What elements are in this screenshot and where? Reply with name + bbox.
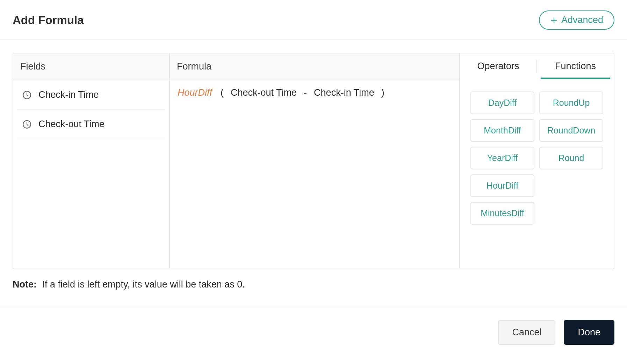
field-item-check-out-time[interactable]: Check-out Time [17,110,165,139]
note-text: Note: If a field is left empty, its valu… [13,279,614,290]
field-item-label: Check-out Time [38,119,104,130]
formula-token-open-paren: ( [218,87,226,98]
function-daydiff[interactable]: DayDiff [470,92,534,114]
advanced-button[interactable]: Advanced [539,10,614,30]
right-column: Operators Functions DayDiff RoundUp Mont… [460,53,614,269]
fields-column: Fields Check-in Time Check-out Time [13,53,170,269]
right-tabs: Operators Functions [460,53,614,79]
formula-editor[interactable]: HourDiff ( Check-out Time - Check-in Tim… [170,80,459,105]
fields-column-header: Fields [13,53,169,80]
clock-icon [22,120,31,129]
note-label: Note: [13,279,37,290]
functions-grid: DayDiff RoundUp MonthDiff RoundDown Year… [460,79,614,232]
modal-header: Add Formula Advanced [0,0,627,40]
modal-footer: Cancel Done [0,307,627,345]
field-item-check-in-time[interactable]: Check-in Time [17,80,165,110]
function-hourdiff[interactable]: HourDiff [470,174,534,197]
page-title: Add Formula [13,14,84,27]
formula-builder-panel: Fields Check-in Time Check-out Time Form… [13,53,614,269]
plus-icon [550,16,558,24]
function-monthdiff[interactable]: MonthDiff [470,119,534,142]
function-round[interactable]: Round [539,147,603,169]
formula-token-function: HourDiff [178,87,212,98]
cancel-button[interactable]: Cancel [498,320,555,345]
function-yeardiff[interactable]: YearDiff [470,147,534,169]
formula-token-operator: - [301,87,310,98]
formula-token-field: Check-in Time [312,87,376,98]
formula-token-close-paren: ) [379,87,387,98]
formula-column-header: Formula [170,53,459,80]
tab-operators[interactable]: Operators [460,53,536,79]
advanced-button-label: Advanced [561,15,603,26]
formula-column: Formula HourDiff ( Check-out Time - Chec… [170,53,460,269]
tab-functions[interactable]: Functions [537,53,614,79]
field-item-label: Check-in Time [38,89,99,100]
done-button[interactable]: Done [564,320,614,345]
function-minutesdiff[interactable]: MinutesDiff [470,202,534,225]
function-rounddown[interactable]: RoundDown [539,119,603,142]
note-body: If a field is left empty, its value will… [42,279,245,290]
function-roundup[interactable]: RoundUp [539,92,603,114]
clock-icon [22,90,31,100]
formula-token-field: Check-out Time [229,87,298,98]
